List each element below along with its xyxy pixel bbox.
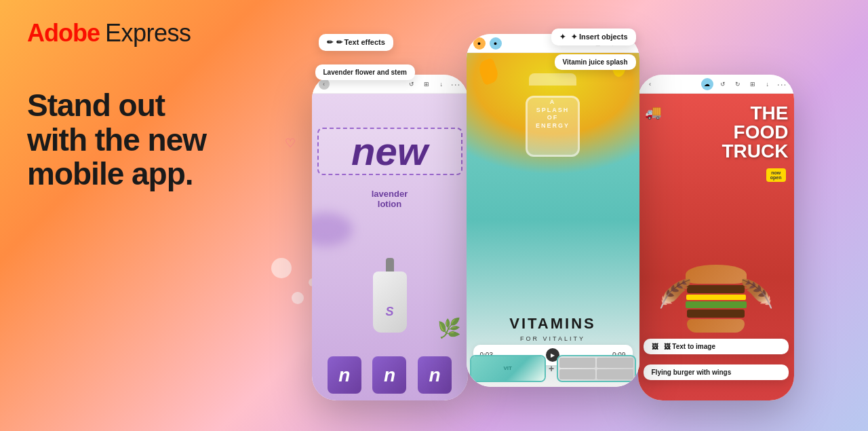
download-icon[interactable]: ↓ bbox=[436, 79, 447, 90]
vitamins-title: VITAMINS bbox=[467, 315, 639, 333]
vitamins-subtitle: FOR VITALITY bbox=[467, 335, 639, 342]
phone-3-topbar-right: ☁ ↺ ↻ ⊞ ↓ ··· bbox=[701, 78, 787, 90]
food-truck-title: THE FOOD TRUCK bbox=[722, 104, 789, 161]
text-to-image-tooltip: 🖼 🖼 Text to image bbox=[644, 339, 789, 354]
lavender-bottle: S bbox=[370, 258, 410, 333]
bun-top bbox=[686, 265, 747, 284]
insert-objects-tooltip: ✦ ✦ Insert objects bbox=[551, 29, 636, 45]
color-swatch-1[interactable]: ● bbox=[473, 37, 486, 50]
lettuce bbox=[686, 301, 747, 308]
flying-burger-tooltip: Flying burger with wings bbox=[644, 364, 789, 380]
thumb-cell-3 bbox=[559, 369, 595, 379]
lavender-prompt-tooltip: Lavender flower and stem bbox=[315, 64, 415, 80]
cheese bbox=[686, 295, 746, 300]
phone-2-outer: ✦ ✦ Insert objects Vitamin juice splash … bbox=[467, 41, 639, 387]
thumb-cell-1 bbox=[559, 358, 595, 368]
more-icon[interactable]: ··· bbox=[451, 79, 461, 90]
phone-3-content: THE FOOD TRUCK 🚚 now open 🪶 bbox=[638, 94, 794, 400]
text-image-icon: 🖼 bbox=[652, 343, 658, 350]
adobe-logo-text: Adobe bbox=[27, 19, 100, 48]
jar-text: A SPLASHOF ENERGY bbox=[536, 98, 570, 130]
phones-area: ✏ ✏ Text effects Lavender flower and ste… bbox=[244, 27, 861, 421]
patty-2 bbox=[687, 310, 745, 318]
thumb-cell-4 bbox=[597, 369, 633, 379]
phone-1: ‹ ↺ ⊞ ↓ ··· new lavender lotion bbox=[312, 75, 468, 400]
wings-right: 🪶 bbox=[740, 278, 774, 310]
phone3-redo-icon[interactable]: ↻ bbox=[732, 79, 743, 90]
patty bbox=[687, 285, 745, 293]
phone3-layers-icon[interactable]: ⊞ bbox=[747, 79, 758, 90]
phone-1-outer: ✏ ✏ Text effects Lavender flower and ste… bbox=[312, 48, 461, 400]
text-effects-icon: ✏ bbox=[327, 38, 333, 47]
phone-2-topbar-icons: ● ● bbox=[473, 37, 502, 50]
now-open-badge: now open bbox=[766, 168, 786, 182]
phone-2-content: A SPLASHOF ENERGY VITAMINS FOR VITALITY … bbox=[467, 53, 639, 387]
text-effects-tooltip: ✏ ✏ Text effects bbox=[319, 34, 393, 51]
phone-3: ‹ ☁ ↺ ↻ ⊞ ↓ ··· THE FOOD TRUCK bbox=[638, 75, 794, 400]
phone-1-content: new lavender lotion S 🌿 bbox=[312, 94, 468, 400]
jar-body: A SPLASHOF ENERGY bbox=[526, 96, 580, 157]
vitamin-prompt-tooltip: Vitamin juice splash bbox=[555, 54, 636, 70]
color-swatch-2[interactable]: ● bbox=[490, 37, 502, 50]
bun-bottom bbox=[687, 319, 745, 333]
phone-1-topbar-right: ↺ ⊞ ↓ ··· bbox=[406, 79, 461, 90]
express-logo-text: Express bbox=[105, 19, 191, 48]
phone-3-topbar: ‹ ☁ ↺ ↻ ⊞ ↓ ··· bbox=[638, 75, 794, 94]
thumb-1[interactable]: VIT bbox=[470, 355, 546, 382]
lavender-subtitle: lavender lotion bbox=[312, 189, 468, 209]
letter-n-1: n bbox=[328, 356, 361, 394]
letter-n-2: n bbox=[372, 356, 406, 394]
phone3-undo-icon[interactable]: ↺ bbox=[717, 79, 728, 90]
phone3-download-icon[interactable]: ↓ bbox=[762, 79, 773, 90]
video-thumbnails: VIT + bbox=[470, 353, 636, 383]
lavender-word: new bbox=[317, 128, 462, 175]
bottle-body: S bbox=[373, 271, 407, 333]
phone-3-topbar-left: ‹ bbox=[645, 79, 656, 90]
insert-icon: ✦ bbox=[559, 33, 566, 41]
letter-n-3: n bbox=[418, 356, 452, 394]
burger-visual: 🪶 🪶 bbox=[665, 258, 767, 339]
logo-area: Adobe Express bbox=[27, 19, 191, 48]
thumb-2[interactable] bbox=[557, 355, 635, 382]
phone3-more-icon[interactable]: ··· bbox=[777, 79, 787, 90]
phone-3-outer: ‹ ☁ ↺ ↻ ⊞ ↓ ··· THE FOOD TRUCK bbox=[645, 48, 794, 400]
tagline: Stand out with the new mobile app. bbox=[27, 88, 258, 191]
food-truck-icon: 🚚 bbox=[645, 104, 662, 120]
bottle-pump bbox=[386, 258, 394, 271]
jar-lid bbox=[529, 73, 576, 86]
phone3-cloud-icon[interactable]: ☁ bbox=[701, 78, 713, 90]
phone-2: ● ● ↺ ⊞ ↓ ··· bbox=[467, 34, 639, 387]
lavender-letters: n n n bbox=[312, 356, 468, 394]
wings-left: 🪶 bbox=[658, 278, 692, 310]
phone3-back-icon[interactable]: ‹ bbox=[645, 79, 656, 90]
vitamins-jar: A SPLASHOF ENERGY bbox=[519, 73, 587, 155]
lavender-cloud bbox=[312, 212, 353, 246]
bottle-logo: S bbox=[385, 305, 393, 319]
layers-icon[interactable]: ⊞ bbox=[421, 79, 432, 90]
plus-sign: + bbox=[549, 363, 554, 374]
flower-deco: 🌿 bbox=[437, 317, 461, 339]
thumb-cell-2 bbox=[597, 358, 633, 368]
